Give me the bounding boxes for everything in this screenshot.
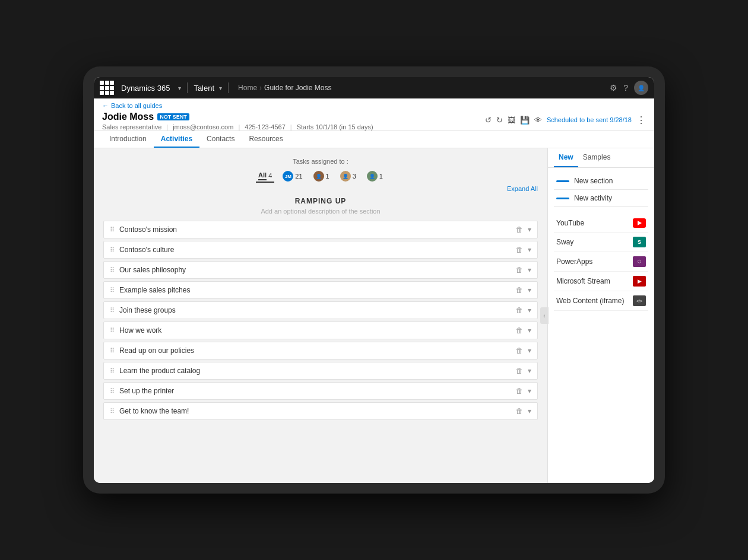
delete-icon[interactable]: 🗑 bbox=[516, 306, 523, 314]
breadcrumb-home[interactable]: Home bbox=[238, 84, 257, 92]
meta-sep1: | bbox=[166, 123, 168, 131]
task-row[interactable]: ⠿ Example sales pitches 🗑 ▾ bbox=[103, 281, 538, 299]
filter-p1-chip[interactable]: 👤 1 bbox=[311, 170, 332, 183]
filter-all-chip[interactable]: All 4 bbox=[256, 170, 274, 183]
task-label: Contoso's mission bbox=[119, 225, 516, 234]
undo-icon[interactable]: ↺ bbox=[485, 116, 492, 125]
expand-all-button[interactable]: Expand All bbox=[103, 185, 538, 192]
expand-icon[interactable]: ▾ bbox=[528, 326, 531, 335]
delete-icon[interactable]: 🗑 bbox=[516, 407, 523, 415]
task-list: ⠿ Contoso's mission 🗑 ▾ ⠿ Contoso's cult… bbox=[103, 221, 538, 420]
task-row[interactable]: ⠿ Contoso's mission 🗑 ▾ bbox=[103, 221, 538, 238]
app-item-webcontent[interactable]: Web Content (iframe) </> bbox=[554, 291, 648, 311]
save-icon[interactable]: 💾 bbox=[520, 116, 530, 125]
task-assigned-label: Tasks assigned to : bbox=[103, 158, 538, 165]
expand-icon[interactable]: ▾ bbox=[528, 367, 531, 375]
task-row[interactable]: ⠿ Join these groups 🗑 ▾ bbox=[103, 301, 538, 319]
expand-icon[interactable]: ▾ bbox=[528, 387, 531, 395]
add-section-button[interactable]: New section bbox=[554, 173, 648, 190]
filter-p2-chip[interactable]: 👤 3 bbox=[338, 170, 359, 183]
app-dropdown-arrow[interactable]: ▾ bbox=[178, 85, 181, 91]
drag-handle[interactable]: ⠿ bbox=[110, 246, 115, 254]
filter-p3-chip[interactable]: 👤 1 bbox=[365, 170, 385, 183]
expand-icon[interactable]: ▾ bbox=[528, 346, 531, 355]
task-row[interactable]: ⠿ Our sales philosophy 🗑 ▾ bbox=[103, 261, 538, 279]
add-activity-button[interactable]: New activity bbox=[554, 190, 648, 207]
task-actions: 🗑 ▾ bbox=[516, 407, 531, 415]
app-item-stream[interactable]: Microsoft Stream ▶ bbox=[554, 272, 648, 291]
breadcrumb-sep: › bbox=[259, 84, 262, 92]
back-link[interactable]: ← Back to all guides bbox=[102, 102, 646, 109]
app-item-youtube[interactable]: YouTube bbox=[554, 214, 648, 233]
drag-handle[interactable]: ⠿ bbox=[110, 266, 115, 274]
new-activity-icon bbox=[556, 198, 569, 199]
expand-icon[interactable]: ▾ bbox=[528, 266, 531, 274]
secondary-header: ← Back to all guides Jodie Moss NOT SENT… bbox=[94, 98, 654, 131]
expand-icon[interactable]: ▾ bbox=[528, 286, 531, 294]
filter-2-count: 3 bbox=[353, 173, 356, 180]
task-actions: 🗑 ▾ bbox=[516, 387, 531, 395]
sidebar-tab-samples[interactable]: Samples bbox=[578, 148, 616, 167]
drag-handle[interactable]: ⠿ bbox=[110, 347, 115, 355]
nav-left: Dynamics 365 ▾ Talent ▾ bbox=[100, 81, 231, 95]
waffle-icon[interactable] bbox=[100, 81, 114, 95]
drag-handle[interactable]: ⠿ bbox=[110, 327, 115, 335]
tab-resources[interactable]: Resources bbox=[242, 131, 290, 148]
meta-sep2: | bbox=[238, 123, 240, 131]
task-actions: 🗑 ▾ bbox=[516, 367, 531, 375]
app-item-sway[interactable]: Sway S bbox=[554, 233, 648, 252]
task-row[interactable]: ⠿ Read up on our policies 🗑 ▾ bbox=[103, 342, 538, 359]
filter-jm-chip[interactable]: JM 21 bbox=[280, 170, 305, 183]
task-row[interactable]: ⠿ Set up the printer 🗑 ▾ bbox=[103, 382, 538, 400]
expand-icon[interactable]: ▾ bbox=[528, 407, 531, 415]
preview-icon[interactable]: 👁 bbox=[534, 116, 542, 125]
help-icon[interactable]: ? bbox=[623, 83, 628, 93]
filter-1-count: 1 bbox=[326, 173, 329, 180]
delete-icon[interactable]: 🗑 bbox=[516, 326, 523, 335]
tab-introduction[interactable]: Introduction bbox=[102, 131, 154, 148]
delete-icon[interactable]: 🗑 bbox=[516, 367, 523, 375]
expand-icon[interactable]: ▾ bbox=[528, 246, 531, 254]
task-row[interactable]: ⠿ Get to know the team! 🗑 ▾ bbox=[103, 402, 538, 420]
app-name[interactable]: Dynamics 365 bbox=[118, 84, 173, 93]
delete-icon[interactable]: 🗑 bbox=[516, 286, 523, 294]
user-avatar[interactable]: 👤 bbox=[634, 81, 648, 95]
filter-p1-avatar: 👤 bbox=[313, 171, 324, 182]
module-name[interactable]: Talent bbox=[194, 84, 214, 93]
drag-handle[interactable]: ⠿ bbox=[110, 408, 115, 415]
delete-icon[interactable]: 🗑 bbox=[516, 387, 523, 395]
delete-icon[interactable]: 🗑 bbox=[516, 346, 523, 355]
more-options-icon[interactable]: ⋮ bbox=[636, 114, 646, 126]
record-email[interactable]: jmoss@contoso.com bbox=[173, 123, 233, 131]
nav-divider-2 bbox=[228, 82, 229, 93]
drag-handle[interactable]: ⠿ bbox=[110, 367, 115, 375]
app-item-powerapps[interactable]: PowerApps ⬡ bbox=[554, 252, 648, 272]
filter-jm-count: 21 bbox=[295, 173, 302, 180]
sidebar-collapse-handle[interactable]: ‹ bbox=[540, 307, 549, 324]
record-header-row: Jodie Moss NOT SENT Sales representative… bbox=[102, 112, 646, 131]
task-label: Learn the product catalog bbox=[119, 367, 516, 375]
image-icon[interactable]: 🖼 bbox=[508, 116, 515, 125]
drag-handle[interactable]: ⠿ bbox=[110, 226, 115, 234]
delete-icon[interactable]: 🗑 bbox=[516, 266, 523, 274]
redo-icon[interactable]: ↻ bbox=[496, 116, 503, 125]
module-dropdown-arrow[interactable]: ▾ bbox=[219, 85, 222, 91]
drag-handle[interactable]: ⠿ bbox=[110, 307, 115, 314]
settings-icon[interactable]: ⚙ bbox=[610, 83, 617, 93]
webcontent-icon: </> bbox=[633, 295, 646, 306]
tab-contacts[interactable]: Contacts bbox=[199, 131, 242, 148]
sway-icon: S bbox=[633, 237, 646, 247]
task-row[interactable]: ⠿ Contoso's culture 🗑 ▾ bbox=[103, 241, 538, 259]
tab-activities[interactable]: Activities bbox=[154, 131, 199, 148]
delete-icon[interactable]: 🗑 bbox=[516, 246, 523, 254]
sidebar-tab-new[interactable]: New bbox=[554, 148, 578, 167]
sidebar-tabs: New Samples bbox=[548, 148, 654, 168]
drag-handle[interactable]: ⠿ bbox=[110, 387, 115, 395]
expand-icon[interactable]: ▾ bbox=[528, 306, 531, 314]
task-label: Our sales philosophy bbox=[119, 266, 516, 274]
task-row[interactable]: ⠿ Learn the product catalog 🗑 ▾ bbox=[103, 362, 538, 380]
delete-icon[interactable]: 🗑 bbox=[516, 225, 523, 234]
expand-icon[interactable]: ▾ bbox=[528, 225, 531, 234]
task-row[interactable]: ⠿ How we work 🗑 ▾ bbox=[103, 322, 538, 339]
drag-handle[interactable]: ⠿ bbox=[110, 287, 115, 294]
